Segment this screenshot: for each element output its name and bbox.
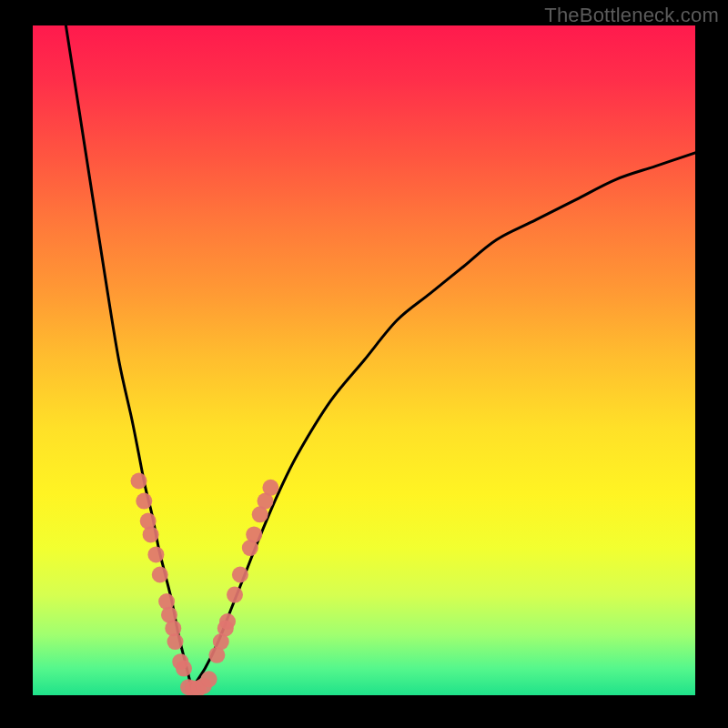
marker-dot <box>143 526 159 542</box>
chart-frame: TheBottleneck.com <box>0 0 728 728</box>
marker-dot <box>232 567 248 583</box>
plot-area <box>33 25 695 695</box>
marker-dot <box>167 633 184 650</box>
curve-left-branch <box>66 25 191 689</box>
marker-dot <box>201 671 217 687</box>
bottleneck-curve <box>66 25 695 689</box>
marker-dot <box>246 526 262 542</box>
watermark-label: TheBottleneck.com <box>544 4 719 27</box>
marker-dot <box>152 567 168 583</box>
marker-dot <box>131 473 147 490</box>
chart-svg <box>33 25 695 695</box>
marker-dot <box>136 493 152 510</box>
data-markers <box>131 473 279 696</box>
curve-right-branch <box>192 153 695 689</box>
marker-dot <box>176 661 192 677</box>
marker-dot <box>262 480 278 496</box>
marker-dot <box>147 546 164 562</box>
marker-dot <box>227 587 243 603</box>
marker-dot <box>219 613 236 630</box>
